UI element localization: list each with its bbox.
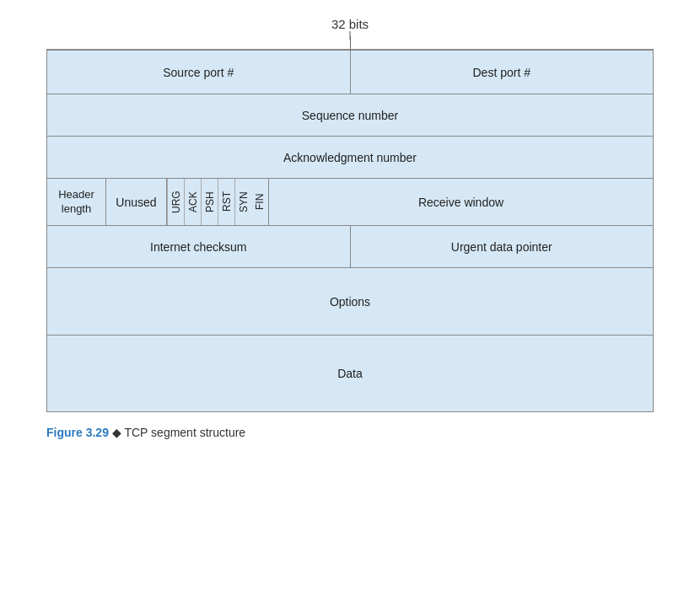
flag-psh: PSH (201, 179, 218, 225)
flag-rst: RST (218, 179, 234, 225)
header-length-cell: Header length (47, 179, 106, 225)
source-port-cell: Source port # (47, 51, 351, 94)
urgent-data-cell: Urgent data pointer (351, 226, 654, 267)
receive-window-cell: Receive window (269, 179, 653, 225)
row-ports: Source port # Dest port # (47, 51, 653, 94)
caption-diamond: ◆ (112, 426, 121, 439)
row-sequence: Sequence number (47, 94, 653, 137)
data-cell: Data (47, 336, 653, 411)
flag-urg: URG (167, 179, 184, 225)
flag-fin: FIN (251, 179, 268, 225)
row-checksum: Internet checksum Urgent data pointer (47, 226, 653, 268)
page-container: 32 bits Source port # Dest port # Sequen… (46, 17, 654, 439)
tcp-diagram: Source port # Dest port # Sequence numbe… (46, 50, 654, 412)
flag-syn: SYN (234, 179, 251, 225)
dest-port-cell: Dest port # (351, 51, 654, 94)
row-ack: Acknowledgment number (47, 137, 653, 179)
internet-checksum-cell: Internet checksum (47, 226, 351, 267)
options-cell: Options (47, 268, 653, 335)
sequence-number-cell: Sequence number (47, 94, 653, 136)
caption-text: TCP segment structure (124, 426, 245, 439)
row-options: Options (47, 268, 653, 336)
row-data: Data (47, 336, 653, 411)
flags-cell: URG ACK PSH RST SYN FIN (167, 179, 269, 225)
figure-caption: Figure 3.29 ◆ TCP segment structure (46, 426, 654, 439)
ack-number-cell: Acknowledgment number (47, 137, 653, 178)
unused-cell: Unused (106, 179, 167, 225)
figure-ref: Figure 3.29 (46, 426, 109, 439)
row-control: Header length Unused URG ACK PSH RST SYN… (47, 179, 653, 226)
bits-label: 32 bits (46, 17, 654, 31)
flag-ack: ACK (184, 179, 201, 225)
